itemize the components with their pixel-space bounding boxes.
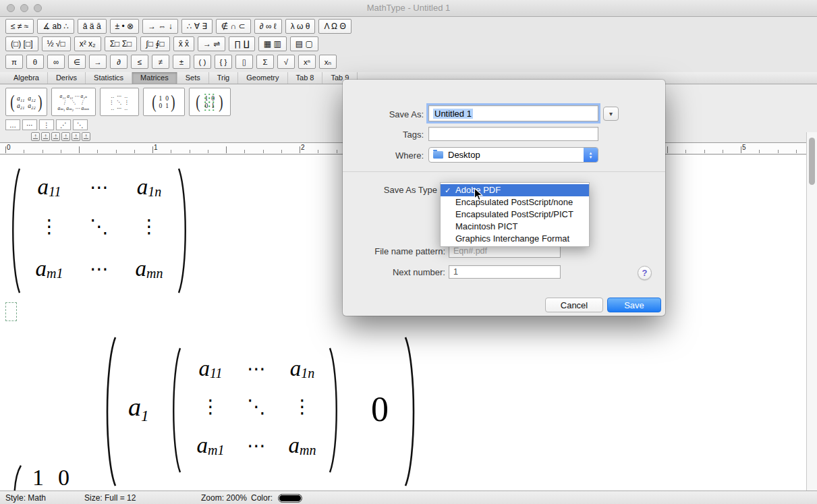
cancel-button[interactable]: Cancel (545, 298, 603, 312)
palette-matrix-button-4[interactable]: ( 10 01 ) (143, 88, 185, 116)
toolbar-template-button[interactable]: ½ √□ (42, 36, 71, 51)
status-zoom: Zoom: 200% (201, 493, 247, 503)
palette-matrix-button-1[interactable]: ( a₁₁a₁₂ a₂₁a₂₂ ) (5, 88, 47, 116)
minimize-button[interactable] (20, 4, 28, 12)
empty-slot-box[interactable] (5, 302, 17, 321)
toolbar-palette-button[interactable]: Λ Ω Θ (318, 19, 351, 34)
toolbar-symbol-button[interactable]: xₙ (319, 55, 337, 69)
palette-dots-button[interactable]: ⋱ (73, 119, 88, 130)
tab-geometry[interactable]: Geometry (238, 72, 287, 84)
tab-trig[interactable]: Trig (209, 72, 239, 84)
menu-item-gif[interactable]: Graphics Interchange Format (441, 233, 589, 245)
color-well[interactable] (278, 494, 302, 503)
toolbar-symbol-button[interactable]: √ (277, 55, 295, 69)
palette-mini-row: …⋯⋮⋰⋱ (5, 119, 88, 130)
menu-item-eps-pict[interactable]: Encapsulated PostScript/PICT (441, 208, 589, 221)
left-paren-icon: ( (152, 93, 157, 111)
tab-stop-button[interactable]: ↑ (82, 132, 90, 141)
menu-item-macintosh-pict[interactable]: Macintosh PICT (441, 221, 589, 233)
partial-digit: 1 (32, 466, 44, 489)
menu-item-adobe-pdf[interactable]: ✓ Adobe PDF (441, 184, 589, 196)
scrollbar-thumb[interactable] (809, 138, 815, 185)
toolbar-symbol-button[interactable]: θ (26, 55, 44, 69)
tab-stop-button[interactable]: ↑ (41, 132, 50, 141)
matrix-cell: ⋯ (233, 424, 279, 466)
toolbar-symbol-button[interactable]: ▯ (235, 55, 253, 69)
palette-dots-button[interactable]: ⋯ (22, 119, 37, 130)
expand-dialog-button[interactable]: ▾ (603, 107, 619, 121)
help-button[interactable]: ? (638, 266, 652, 280)
tab-8[interactable]: Tab 8 (288, 72, 323, 84)
palette-matrix-button-3[interactable]: ‥ ⋯ ‥⋮ ⋱ ⋮‥ ⋯ ‥ (100, 88, 139, 116)
toolbar-template-button[interactable]: Σ□ Σ□ (105, 36, 138, 51)
popup-stepper[interactable]: ▴ ▾ (584, 148, 598, 162)
toolbar-palette-button[interactable]: ± • ⊗ (110, 19, 140, 34)
toolbar-template-button[interactable]: ▦ ▥ (258, 36, 287, 51)
save-as-input[interactable]: Untitled 1 (428, 105, 598, 121)
right-paren-icon (177, 167, 192, 295)
tab-sets[interactable]: Sets (177, 72, 209, 84)
divider (343, 171, 665, 172)
ruler-number: 5 (742, 144, 746, 151)
toolbar-palette-button[interactable]: ∂ ∞ ℓ (254, 19, 282, 34)
toolbar-symbol-button[interactable]: ≤ (131, 55, 148, 69)
toolbar-symbol-button[interactable]: ≠ (152, 55, 169, 69)
toolbar-symbol-button[interactable]: → (89, 55, 107, 69)
menu-item-eps-none[interactable]: Encapsulated PostScript/none (441, 196, 589, 208)
tab-statistics[interactable]: Statistics (86, 72, 132, 84)
toolbar-palette-button[interactable]: ∡ ab ∴ (37, 19, 74, 34)
toolbar-palette-button[interactable]: → ⇔ ↓ (142, 19, 178, 34)
palette-dots-button[interactable]: ⋰ (56, 119, 71, 130)
vertical-scrollbar[interactable] (806, 132, 817, 491)
toolbar-symbol-button[interactable]: ∞ (47, 55, 65, 69)
palette-dots-button[interactable]: ⋮ (39, 119, 54, 130)
toolbar-symbol-button[interactable]: Σ (256, 55, 274, 69)
palette-dots-button[interactable]: … (5, 119, 20, 130)
matrix-cell: a11 (188, 349, 233, 388)
matrix-cell: ⋮ (124, 206, 174, 246)
palette-matrix-button-2[interactable]: a₁₁ a₁₂ ⋯ a₁ₙ⋮ ⋱ ⋮aₘ₁ aₘ₂ ⋯ aₘₙ (51, 88, 96, 116)
toolbar-palette-button[interactable]: â ä ā (78, 19, 107, 34)
tab-derivs[interactable]: Derivs (48, 72, 86, 84)
save-button[interactable]: Save (607, 298, 661, 312)
tab-stop-button[interactable]: ↑ (61, 132, 70, 141)
matrix-cell: a1n (279, 349, 325, 388)
save-as-label: Save As: (343, 109, 424, 119)
tab-algebra[interactable]: Algebra (5, 72, 48, 84)
matrix-cell: am1 (188, 424, 233, 466)
toolbar-symbol-button[interactable]: { } (215, 55, 232, 69)
toolbar-symbol-button[interactable]: ∈ (68, 55, 86, 69)
toolbar-symbol-button[interactable]: ± (173, 55, 190, 69)
palette-matrix-button-5[interactable]: ( 10 01 ) (189, 88, 231, 116)
toolbar-symbol-button[interactable]: xⁿ (298, 55, 316, 69)
toolbar-template-button[interactable]: x̄ x̂ (173, 36, 194, 51)
toolbar-symbol-button[interactable]: ( ) (194, 55, 211, 69)
tab-stop-button[interactable]: ↑ (31, 132, 40, 141)
toolbar-palette-button[interactable]: ≤ ≠ ≈ (5, 19, 34, 34)
left-paren-icon: ( (196, 93, 200, 111)
toolbar-template-button[interactable]: ∏ ∐ (229, 36, 254, 51)
tab-matrices[interactable]: Matrices (132, 72, 177, 84)
partial-digit: 0 (58, 466, 69, 489)
where-popup[interactable]: Desktop ▴ ▾ (428, 147, 598, 163)
status-size: Size: Full = 12 (84, 493, 136, 503)
tab-stop-button[interactable]: ↑ (72, 132, 80, 141)
toolbar-template-button[interactable]: x² x₂ (74, 36, 101, 51)
toolbar-symbol-button[interactable]: ∂ (110, 55, 128, 69)
toolbar-template-button[interactable]: ∫□ ∮□ (140, 36, 169, 51)
right-paren-icon: ) (38, 93, 42, 111)
next-number-input[interactable]: 1 (449, 265, 561, 279)
tab-stop-button[interactable]: ↑ (51, 132, 60, 141)
toolbar-palette-button[interactable]: λ ω θ (285, 19, 316, 34)
toolbar-palette-button[interactable]: ∉ ∩ ⊂ (216, 19, 251, 34)
toolbar-template-button[interactable]: ▤ ▢ (290, 36, 318, 51)
tags-input[interactable] (428, 127, 598, 141)
matrix-cell: ⋯ (74, 168, 124, 206)
toolbar-symbol-button[interactable]: π (5, 55, 23, 69)
zoom-button[interactable] (34, 4, 42, 12)
toolbar-template-button[interactable]: (□) [□] (5, 36, 38, 51)
close-button[interactable] (7, 4, 15, 12)
window-title: MathType - Untitled 1 (0, 0, 817, 16)
toolbar-template-button[interactable]: → ⇌ (198, 36, 225, 51)
toolbar-palette-button[interactable]: ∴ ∀ ∃ (181, 19, 213, 34)
